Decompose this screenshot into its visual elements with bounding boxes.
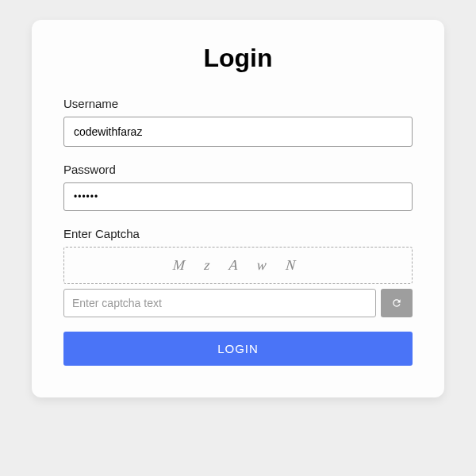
login-card: Login Username Password Enter Captcha M … — [32, 20, 444, 397]
captcha-display: M z A w N — [63, 247, 413, 284]
password-input[interactable] — [63, 182, 413, 211]
login-button[interactable]: LOGIN — [63, 332, 413, 366]
refresh-captcha-button[interactable] — [381, 289, 413, 317]
captcha-label: Enter Captcha — [63, 227, 413, 240]
captcha-input[interactable] — [63, 289, 376, 317]
username-input[interactable] — [63, 117, 413, 147]
captcha-text: M z A w N — [172, 257, 304, 274]
page-title: Login — [63, 44, 413, 73]
refresh-icon — [391, 298, 402, 309]
password-label: Password — [63, 163, 413, 176]
captcha-row — [63, 289, 413, 317]
username-label: Username — [63, 97, 413, 110]
